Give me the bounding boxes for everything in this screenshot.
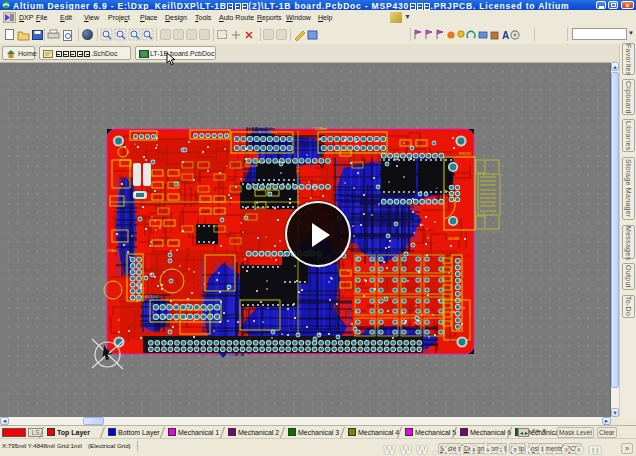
svg-text:128mil: 128mil — [315, 126, 327, 131]
svg-text:RS232: RS232 — [459, 151, 472, 156]
svg-text:CF-PC1000: CF-PC1000 — [138, 294, 160, 299]
svg-text:36488: 36488 — [448, 236, 460, 241]
svg-text:A: A — [502, 30, 509, 41]
svg-text:JTAG: JTAG — [107, 248, 117, 253]
